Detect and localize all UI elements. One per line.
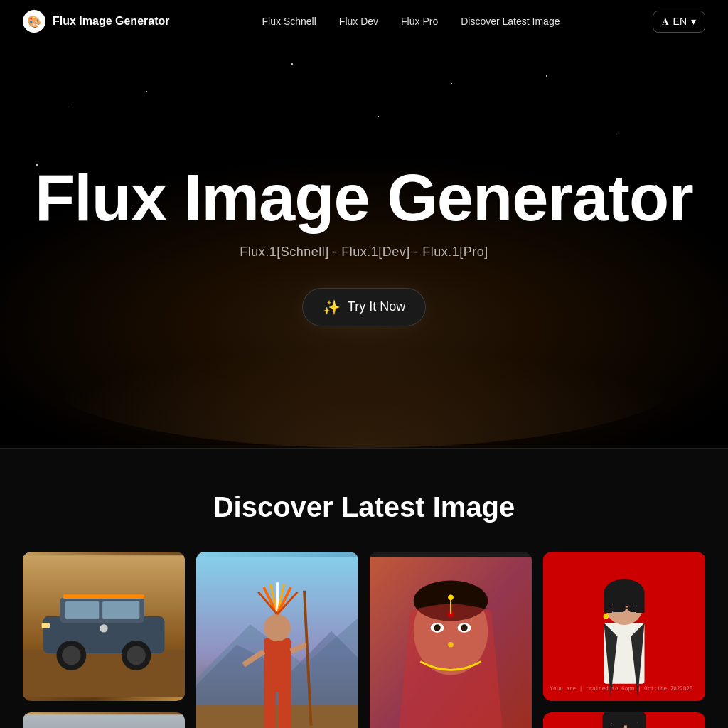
nav-link-dev[interactable]: Flux Dev [339, 16, 378, 27]
svg-point-7 [62, 646, 81, 665]
svg-rect-60 [628, 604, 643, 612]
nav-link-pro[interactable]: Flux Pro [401, 16, 438, 27]
discover-title: Discover Latest Image [23, 491, 705, 523]
try-btn-label: Try It Now [348, 299, 405, 314]
svg-rect-4 [65, 601, 100, 619]
discover-section: Discover Latest Image [0, 448, 728, 728]
hero-subtitle: Flux.1[Schnell] - Flux.1[Dev] - Flux.1[P… [240, 245, 488, 259]
svg-point-52 [448, 594, 454, 600]
svg-rect-40 [279, 689, 291, 729]
hero-section: Flux Image Generator Flux.1[Schnell] - F… [0, 43, 728, 448]
svg-rect-70 [603, 714, 611, 728]
svg-rect-73 [627, 723, 641, 728]
nav-link-discover[interactable]: Discover Latest Image [461, 16, 560, 27]
logo-icon: 🎨 [23, 10, 46, 33]
svg-rect-57 [604, 593, 612, 614]
image-card-fashion-1[interactable]: Youu are | trained to 6opm | Octtibe 202… [543, 552, 705, 701]
suv-desert-image [23, 552, 185, 701]
nav-brand-group: 🎨 Flux Image Generator [23, 10, 170, 33]
wand-icon: ✨ [323, 299, 341, 316]
svg-text:Youu are | trained to 6opm | O: Youu are | trained to 6opm | Octtibe 202… [550, 685, 693, 692]
navbar: 🎨 Flux Image Generator Flux Schnell Flux… [0, 0, 728, 43]
nav-links: Flux Schnell Flux Dev Flux Pro Discover … [262, 15, 560, 28]
svg-point-50 [448, 642, 454, 648]
svg-point-28 [264, 614, 291, 641]
grid-col-3 [370, 552, 532, 728]
svg-rect-13 [23, 714, 185, 728]
grid-col-2 [196, 552, 358, 728]
nav-link-schnell[interactable]: Flux Schnell [262, 16, 316, 27]
lang-label: EN [673, 16, 687, 27]
svg-rect-39 [264, 689, 276, 729]
grid-col-1 [23, 552, 185, 728]
fashion-woman-2-image [543, 712, 705, 728]
brand-name: Flux Image Generator [53, 15, 170, 28]
svg-point-12 [100, 624, 107, 632]
try-it-now-button[interactable]: ✨ Try It Now [302, 288, 426, 326]
svg-point-9 [127, 646, 146, 665]
svg-point-62 [604, 614, 609, 619]
svg-rect-10 [42, 623, 50, 628]
translate-icon: 𝐀 [662, 16, 669, 28]
ground-glow [44, 306, 684, 448]
image-card-fashion-2[interactable] [543, 712, 705, 728]
svg-rect-72 [611, 723, 624, 728]
fashion-woman-1-image: Youu are | trained to 6opm | Octtibe 202… [543, 552, 705, 701]
language-selector[interactable]: 𝐀 EN ▾ [653, 11, 705, 33]
suv-front-image [23, 712, 185, 728]
svg-point-49 [461, 624, 468, 631]
warrior-image [196, 552, 358, 728]
image-card-warrior[interactable] [196, 552, 358, 728]
grid-col-4: Youu are | trained to 6opm | Octtibe 202… [543, 552, 705, 728]
svg-rect-11 [63, 594, 144, 599]
svg-rect-27 [264, 638, 291, 692]
image-card-suv-desert[interactable] [23, 552, 185, 701]
indian-woman-image [370, 552, 532, 728]
svg-point-47 [434, 624, 441, 631]
hero-title: Flux Image Generator [35, 165, 693, 230]
svg-rect-5 [102, 601, 139, 619]
svg-rect-59 [611, 604, 626, 612]
svg-rect-1 [23, 650, 185, 697]
image-grid: Youu are | trained to 6opm | Octtibe 202… [23, 552, 705, 728]
image-card-suv-front[interactable] [23, 712, 185, 728]
image-card-indian-woman[interactable] [370, 552, 532, 728]
svg-rect-26 [196, 705, 358, 728]
chevron-down-icon: ▾ [691, 16, 696, 27]
